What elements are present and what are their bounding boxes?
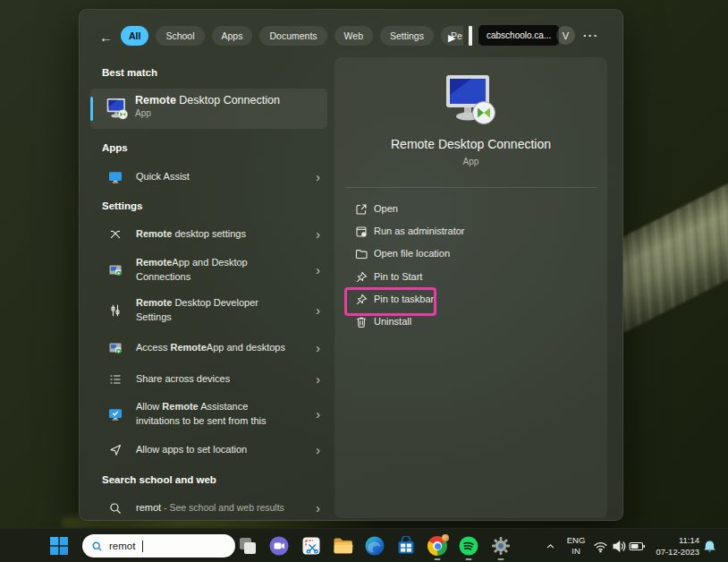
taskbar: remot	[0, 528, 728, 562]
tab-settings[interactable]: Settings	[380, 26, 434, 46]
search-domain-chip[interactable]: cabschoolo.ca...	[478, 25, 559, 46]
file-explorer-button[interactable]	[333, 536, 354, 556]
result-access-remoteapp[interactable]: Access RemoteApp and desktops ›	[90, 335, 327, 361]
wifi-icon[interactable]	[593, 539, 608, 554]
search-web-header: Search school and web	[102, 474, 216, 485]
remote-desktop-icon	[106, 97, 130, 121]
store-button[interactable]	[396, 536, 416, 556]
task-view-button[interactable]	[238, 536, 258, 556]
search-icon	[108, 501, 123, 515]
monitor-check-icon	[108, 407, 123, 422]
running-indicator	[435, 558, 441, 561]
action-open-file-location[interactable]: Open file location	[334, 243, 607, 265]
detail-panel: Remote Desktop Connection App Open Run a…	[334, 57, 607, 518]
result-label: Allow apps to set location	[136, 443, 292, 457]
result-label: Remote desktop settings	[136, 227, 292, 242]
best-match-header: Best match	[102, 67, 157, 78]
admin-icon	[354, 225, 368, 239]
chevron-right-icon: ›	[316, 263, 320, 277]
battery-icon[interactable]	[629, 539, 646, 554]
chevron-right-icon: ›	[316, 227, 320, 242]
chrome-button[interactable]	[427, 536, 447, 556]
chevron-right-icon: ›	[316, 303, 320, 318]
more-options-icon[interactable]: ···	[583, 29, 599, 42]
result-label: Allow Remote Assistance invitations to b…	[136, 400, 292, 429]
best-match-title: Remote Desktop Connection	[135, 94, 280, 106]
pin-icon	[354, 270, 368, 285]
result-rd-developer-settings[interactable]: Remote Desktop Developer Settings ›	[90, 293, 327, 328]
notification-bell-icon[interactable]	[703, 540, 716, 553]
open-icon	[354, 202, 368, 217]
result-label: Share across devices	[136, 372, 292, 387]
chevron-right-icon: ›	[316, 372, 320, 387]
tab-apps[interactable]: Apps	[212, 26, 253, 46]
clipped-tab-edge	[469, 26, 472, 46]
action-run-admin[interactable]: Run as administrator	[334, 221, 607, 243]
tab-school[interactable]: School	[156, 26, 204, 46]
folder-icon	[354, 247, 368, 261]
chevron-right-icon: ›	[316, 407, 320, 422]
apps-header: Apps	[102, 142, 128, 153]
taskbar-search-input[interactable]: remot	[82, 534, 235, 558]
result-share-across-devices[interactable]: Share across devices ›	[90, 366, 327, 392]
snipping-tool-button[interactable]	[301, 536, 321, 556]
sliders-icon	[108, 303, 123, 318]
remote-desktop-icon-large	[443, 73, 500, 125]
result-web-search[interactable]: remot - See school and web results ›	[90, 495, 327, 521]
running-indicator	[498, 558, 504, 561]
result-label: remot - See school and web results	[136, 501, 292, 515]
tab-web[interactable]: Web	[334, 26, 373, 46]
edge-button[interactable]	[365, 536, 385, 556]
tray-chevron-up-icon[interactable]	[545, 541, 556, 552]
chrome-update-badge	[442, 534, 449, 541]
tab-all[interactable]: All	[121, 26, 148, 46]
selection-accent-bar	[90, 97, 93, 121]
pin-icon	[354, 293, 368, 307]
location-icon	[108, 443, 123, 457]
result-apps-location[interactable]: Allow apps to set location ›	[90, 437, 327, 463]
account-avatar[interactable]: V	[556, 26, 575, 45]
action-pin-to-start[interactable]: Pin to Start	[334, 267, 607, 288]
result-label: Remote Desktop Developer Settings	[136, 296, 292, 325]
filter-tabs: All School Apps Documents Web Settings P…	[121, 26, 472, 46]
result-remoteapp-connections[interactable]: RemoteApp and Desktop Connections ›	[90, 252, 327, 288]
result-label: Access RemoteApp and desktops	[136, 341, 292, 355]
quick-assist-icon	[108, 170, 123, 184]
remoteapp-icon	[108, 263, 123, 277]
spotify-button[interactable]	[459, 536, 478, 556]
action-open[interactable]: Open	[334, 199, 607, 220]
result-remote-assistance[interactable]: Allow Remote Assistance invitations to b…	[90, 396, 327, 432]
language-indicator[interactable]: ENGIN	[563, 535, 588, 558]
result-quick-assist[interactable]: Quick Assist ›	[90, 164, 327, 190]
trash-icon	[354, 315, 368, 329]
search-icon	[91, 541, 103, 552]
chevron-right-icon: ›	[316, 341, 320, 355]
start-button[interactable]	[50, 537, 68, 555]
running-indicator	[466, 558, 472, 561]
best-match-result[interactable]: Remote Desktop Connection App	[90, 89, 327, 129]
clock[interactable]: 11:1407-12-2023	[648, 535, 699, 558]
chevron-right-icon: ›	[316, 170, 320, 184]
best-match-subtitle: App	[135, 108, 280, 118]
detail-app-name: Remote Desktop Connection	[334, 137, 607, 151]
detail-app-type: App	[334, 157, 607, 166]
result-label: RemoteApp and Desktop Connections	[136, 256, 292, 285]
tab-documents[interactable]: Documents	[259, 26, 326, 46]
chat-button[interactable]	[269, 536, 289, 556]
action-pin-to-taskbar[interactable]: Pin to taskbar	[334, 289, 607, 311]
list-icon	[108, 372, 123, 387]
volume-icon[interactable]	[612, 539, 627, 554]
result-label: Quick Assist	[136, 170, 292, 184]
settings-button[interactable]	[491, 536, 511, 556]
action-uninstall[interactable]: Uninstall	[334, 311, 607, 333]
remoteapp-icon	[108, 341, 123, 355]
text-caret	[142, 541, 143, 552]
result-remote-desktop-settings[interactable]: Remote desktop settings ›	[90, 221, 327, 247]
search-window: ← All School Apps Documents Web Settings…	[79, 9, 623, 521]
chevron-right-icon: ›	[316, 443, 320, 457]
divider	[345, 187, 597, 188]
settings-header: Settings	[102, 200, 142, 211]
back-icon[interactable]: ←	[99, 28, 113, 47]
tools-icon	[108, 227, 123, 242]
tabs-overflow-icon[interactable]: ▶	[448, 28, 455, 47]
